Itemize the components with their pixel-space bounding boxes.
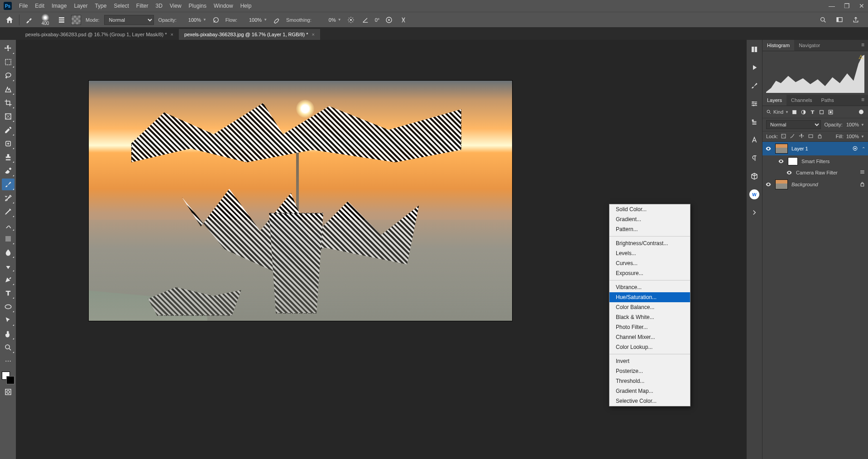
brushes-panel-icon[interactable] bbox=[749, 81, 759, 91]
history-brush-tool[interactable] bbox=[2, 192, 14, 204]
hand-tool[interactable] bbox=[2, 328, 14, 340]
quick-select-tool[interactable] bbox=[2, 83, 14, 95]
adjustment-menu-item[interactable]: Channel Mixer... bbox=[609, 332, 690, 342]
adjustment-menu-item[interactable]: Invert bbox=[609, 356, 690, 366]
paragraph-panel-icon[interactable] bbox=[749, 153, 759, 163]
layer-opacity-field[interactable]: 100%▼ bbox=[846, 122, 864, 127]
tool-preset-picker[interactable] bbox=[24, 15, 34, 25]
3d-panel-icon[interactable] bbox=[749, 171, 759, 181]
layer-blend-mode-select[interactable]: Normal bbox=[766, 120, 821, 129]
filter-toggle[interactable] bbox=[859, 110, 863, 114]
chevron-down-icon[interactable]: ▼ bbox=[264, 18, 267, 22]
crop-tool[interactable] bbox=[2, 97, 14, 109]
chevron-down-icon[interactable]: ▼ bbox=[203, 18, 206, 22]
blur-tool[interactable] bbox=[2, 246, 14, 258]
filter-type-icon[interactable] bbox=[810, 109, 816, 115]
lock-nested-icon[interactable] bbox=[808, 133, 814, 140]
window-close-icon[interactable]: ✕ bbox=[859, 2, 864, 10]
eyedropper-tool[interactable] bbox=[2, 124, 14, 136]
menu-edit[interactable]: Edit bbox=[35, 3, 44, 9]
quick-mask-icon[interactable] bbox=[2, 386, 14, 398]
menu-type[interactable]: Type bbox=[95, 3, 106, 9]
lock-all-icon[interactable] bbox=[817, 133, 823, 140]
adjustment-menu-item[interactable]: Threshold... bbox=[609, 376, 690, 386]
menu-select[interactable]: Select bbox=[114, 3, 129, 9]
lasso-tool[interactable] bbox=[2, 70, 14, 82]
filter-shape-icon[interactable] bbox=[819, 109, 825, 115]
adjustment-menu-item[interactable]: Exposure... bbox=[609, 268, 690, 278]
heal-tool[interactable] bbox=[2, 138, 14, 150]
flow-value[interactable]: 100% bbox=[242, 17, 262, 23]
adjustment-menu-item[interactable]: Brightness/Contrast... bbox=[609, 238, 690, 248]
menu-layer[interactable]: Layer bbox=[74, 3, 87, 9]
panel-menu-icon[interactable]: ≡ bbox=[858, 40, 868, 51]
blend-mode-select[interactable]: Normal bbox=[104, 15, 154, 25]
adjustment-menu-item[interactable]: Gradient Map... bbox=[609, 386, 690, 396]
opacity-value[interactable]: 100% bbox=[181, 17, 201, 23]
adjustment-menu-item[interactable]: Color Balance... bbox=[609, 302, 690, 312]
home-icon[interactable] bbox=[5, 15, 14, 25]
smart-filters-icon[interactable] bbox=[852, 145, 858, 152]
expand-chevron-icon[interactable]: ⌃ bbox=[862, 146, 865, 151]
pencil-tool[interactable] bbox=[2, 206, 14, 217]
document-tab[interactable]: pexels-pixabay-366283.jpg @ 16.7% (Layer… bbox=[179, 29, 320, 40]
visibility-eye-icon[interactable] bbox=[765, 145, 772, 152]
path-select-tool[interactable] bbox=[2, 314, 14, 326]
layer-name[interactable]: Layer 1 bbox=[791, 146, 849, 151]
tab-paths[interactable]: Paths bbox=[817, 95, 839, 106]
rect-marquee-tool[interactable] bbox=[2, 56, 14, 68]
move-tool[interactable] bbox=[2, 43, 14, 54]
layer-filter-kind[interactable]: Kind ▼ bbox=[766, 109, 789, 115]
menu-view[interactable]: View bbox=[170, 3, 182, 9]
frame-tool[interactable] bbox=[2, 111, 14, 122]
expand-panels-icon[interactable] bbox=[749, 208, 759, 217]
tab-navigator[interactable]: Navigator bbox=[794, 40, 825, 51]
color-swatches[interactable] bbox=[2, 372, 14, 384]
adjustment-menu-item[interactable]: Hue/Saturation... bbox=[609, 292, 690, 302]
dodge-tool[interactable] bbox=[2, 260, 14, 272]
actions-icon[interactable] bbox=[749, 63, 759, 72]
zoom-tool[interactable] bbox=[2, 342, 14, 353]
flow-field[interactable]: 100% ▼ bbox=[242, 17, 267, 23]
tab-histogram[interactable]: Histogram bbox=[762, 40, 794, 51]
menu-file[interactable]: File bbox=[19, 3, 28, 9]
shape-tool[interactable] bbox=[2, 301, 14, 313]
smoothing-options-icon[interactable] bbox=[346, 15, 356, 25]
filter-smart-icon[interactable] bbox=[828, 109, 834, 115]
layer-thumbnail[interactable] bbox=[775, 179, 788, 189]
lock-transparent-icon[interactable] bbox=[781, 133, 787, 140]
cloud-docs-icon[interactable]: w bbox=[749, 189, 759, 199]
pen-tool[interactable] bbox=[2, 274, 14, 285]
menu-window[interactable]: Window bbox=[214, 3, 233, 9]
filter-adjust-icon[interactable] bbox=[801, 109, 807, 115]
window-minimize-icon[interactable]: — bbox=[829, 2, 835, 10]
warning-icon[interactable]: ⚠ bbox=[858, 54, 863, 60]
brush-tool[interactable] bbox=[2, 179, 14, 190]
background-color[interactable] bbox=[6, 376, 14, 384]
brush-settings-icon[interactable] bbox=[57, 15, 67, 25]
layer-item[interactable]: Layer 1 ⌃ bbox=[762, 142, 868, 155]
layer-thumbnail[interactable] bbox=[775, 144, 788, 154]
tab-layers[interactable]: Layers bbox=[762, 95, 786, 106]
menu-help[interactable]: Help bbox=[240, 3, 252, 9]
adjustment-menu-item[interactable]: Color Lookup... bbox=[609, 342, 690, 352]
window-restore-icon[interactable]: ❐ bbox=[844, 2, 850, 10]
close-tab-icon[interactable]: × bbox=[171, 32, 173, 37]
brush-preview[interactable]: 400 bbox=[38, 13, 52, 27]
properties-panel-icon[interactable] bbox=[749, 117, 759, 127]
adjustment-menu-item[interactable]: Black & White... bbox=[609, 312, 690, 322]
layer-fill-field[interactable]: 100%▼ bbox=[846, 134, 864, 139]
opacity-field[interactable]: 100% ▼ bbox=[181, 17, 206, 23]
edit-toolbar-icon[interactable]: ⋯ bbox=[2, 355, 14, 367]
layer-filter-item[interactable]: Camera Raw Filter bbox=[762, 167, 868, 178]
brush-angle-value[interactable]: 0° bbox=[375, 17, 380, 23]
adjustment-menu-item[interactable]: Levels... bbox=[609, 248, 690, 258]
character-panel-icon[interactable] bbox=[749, 135, 759, 145]
menu-3d[interactable]: 3D bbox=[155, 3, 162, 9]
document-tab[interactable]: pexels-pixabay-366283.psd @ 16.7% (Group… bbox=[20, 29, 179, 40]
stamp-tool[interactable] bbox=[2, 151, 14, 163]
adjustment-menu-item[interactable]: Pattern... bbox=[609, 224, 690, 234]
adjustments-panel-icon[interactable] bbox=[749, 99, 759, 109]
adjustment-menu-item[interactable]: Solid Color... bbox=[609, 204, 690, 214]
share-icon[interactable] bbox=[851, 15, 861, 25]
